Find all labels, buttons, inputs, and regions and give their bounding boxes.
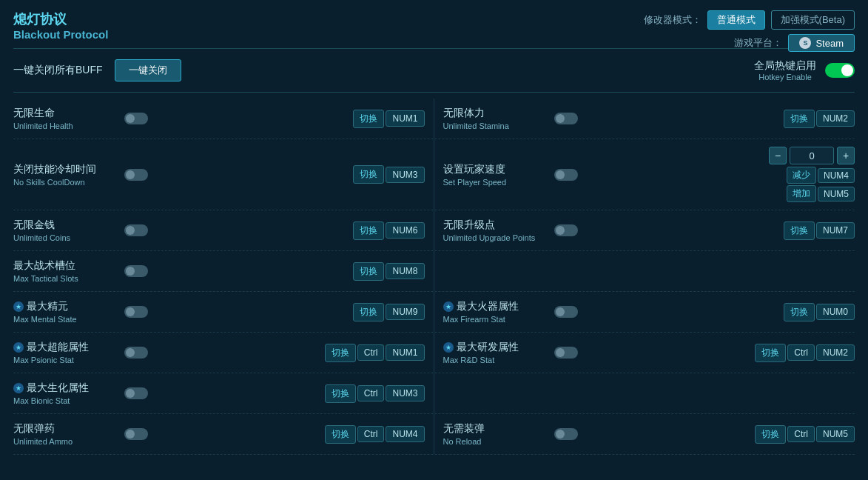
keybind-row: 切换NUM8 bbox=[353, 262, 424, 281]
hotkey-en: Hotkey Enable bbox=[754, 73, 816, 81]
keybind-row: 切换CtrlNUM3 bbox=[325, 384, 425, 403]
keybind-action-btn[interactable]: 切换 bbox=[784, 110, 815, 128]
platform-row: 游戏平台： S Steam bbox=[734, 34, 855, 52]
speed-minus-btn[interactable]: − bbox=[769, 147, 787, 164]
keybind-key-btn[interactable]: Ctrl bbox=[357, 385, 385, 401]
keybind-row: 切换NUM6 bbox=[353, 221, 424, 240]
keybind-action-btn[interactable]: 切换 bbox=[353, 303, 384, 321]
feature-toggle[interactable] bbox=[554, 169, 578, 181]
star-icon: ★ bbox=[13, 383, 24, 393]
feature-row: 无限弹药Unlimited Ammo切换CtrlNUM4无需装弹No Reloa… bbox=[13, 414, 855, 455]
star-icon: ★ bbox=[13, 301, 24, 312]
feature-row: ★最大超能属性Max Psionic Stat切换CtrlNUM1★最大研发属性… bbox=[13, 333, 855, 373]
keybind-key-btn[interactable]: NUM5 bbox=[818, 187, 855, 201]
feature-row: 关闭技能冷却时间No Skills CoolDown切换NUM3设置玩家速度Se… bbox=[13, 139, 855, 210]
feature-name-cn: ★最大生化属性 bbox=[13, 381, 117, 395]
keybind-action-btn[interactable]: 切换 bbox=[353, 165, 384, 184]
feature-toggle[interactable] bbox=[124, 169, 148, 181]
keybind-key-btn[interactable]: NUM4 bbox=[386, 426, 424, 442]
feature-info: ★最大生化属性Max Bionic Stat bbox=[13, 381, 117, 405]
keybind-key-btn[interactable]: NUM3 bbox=[386, 167, 424, 183]
hotkey-section: 全局热键启用 Hotkey Enable bbox=[754, 59, 855, 81]
feature-name-en: Max Psionic Stat bbox=[13, 356, 117, 364]
keybind-row: 切换NUM9 bbox=[353, 303, 424, 321]
feature-toggle[interactable] bbox=[554, 306, 578, 318]
keybind-key-btn[interactable]: NUM5 bbox=[816, 426, 855, 442]
features-grid: 无限生命Unlimited Health切换NUM1无限体力Unlimited … bbox=[13, 99, 855, 455]
feature-toggle[interactable] bbox=[554, 113, 578, 124]
left-feature-cell: ★最大超能属性Max Psionic Stat切换CtrlNUM1 bbox=[13, 333, 434, 373]
right-feature-cell: 无限体力Unlimited Stamina切换NUM2 bbox=[434, 99, 855, 139]
keybind-action-btn[interactable]: 切换 bbox=[325, 344, 356, 362]
close-all-btn[interactable]: 一键关闭 bbox=[115, 59, 181, 81]
feature-toggle[interactable] bbox=[124, 347, 148, 359]
star-icon: ★ bbox=[443, 301, 454, 312]
close-all-label: 一键关闭所有BUFF bbox=[13, 64, 103, 77]
keybind-key-btn[interactable]: Ctrl bbox=[357, 344, 385, 361]
feature-name-en: Set Player Speed bbox=[443, 178, 547, 187]
keybind-action-btn[interactable]: 增加 bbox=[787, 185, 816, 202]
keybind-key-btn[interactable]: NUM1 bbox=[386, 344, 424, 361]
feature-toggle[interactable] bbox=[124, 224, 148, 236]
feature-name-en: No Reload bbox=[443, 437, 547, 446]
right-feature-cell bbox=[434, 251, 855, 291]
hotkey-toggle[interactable] bbox=[825, 63, 855, 78]
feature-name-cn: 最大战术槽位 bbox=[13, 259, 117, 273]
keybind-action-btn[interactable]: 切换 bbox=[755, 344, 786, 362]
feature-toggle[interactable] bbox=[124, 113, 148, 124]
left-feature-cell: 无限弹药Unlimited Ammo切换CtrlNUM4 bbox=[13, 414, 434, 454]
speed-input[interactable] bbox=[790, 147, 834, 164]
feature-info: 设置玩家速度Set Player Speed bbox=[443, 163, 547, 187]
keybind-row: 切换CtrlNUM2 bbox=[755, 344, 855, 362]
keybind-key-btn[interactable]: NUM7 bbox=[816, 222, 855, 239]
normal-mode-btn[interactable]: 普通模式 bbox=[707, 10, 765, 30]
content-divider bbox=[13, 92, 855, 93]
left-feature-cell: ★最大生化属性Max Bionic Stat切换CtrlNUM3 bbox=[13, 373, 434, 413]
keybind-action-btn[interactable]: 切换 bbox=[325, 384, 356, 403]
feature-info: ★最大精元Max Mental State bbox=[13, 300, 117, 324]
feature-toggle[interactable] bbox=[124, 387, 148, 399]
feature-toggle[interactable] bbox=[554, 224, 578, 236]
keybind-key-btn[interactable]: NUM9 bbox=[386, 304, 424, 320]
platform-steam-btn[interactable]: S Steam bbox=[788, 34, 855, 52]
keybind-action-btn[interactable]: 切换 bbox=[353, 221, 384, 240]
feature-toggle[interactable] bbox=[124, 265, 148, 277]
feature-toggle[interactable] bbox=[554, 347, 578, 359]
keybind-key-btn[interactable]: NUM0 bbox=[816, 304, 855, 320]
feature-name-cn: 无限升级点 bbox=[443, 219, 547, 232]
keybind-action-btn[interactable]: 切换 bbox=[353, 110, 384, 128]
keybind-action-btn[interactable]: 切换 bbox=[755, 425, 786, 444]
left-feature-cell: 最大战术槽位Max Tactical Slots切换NUM8 bbox=[13, 251, 434, 291]
keybind-row: 切换CtrlNUM4 bbox=[325, 425, 425, 444]
keybind-key-btn[interactable]: Ctrl bbox=[357, 426, 385, 442]
keybind-row: 切换NUM1 bbox=[353, 110, 424, 128]
star-icon: ★ bbox=[443, 342, 454, 353]
keybind-stack: 减少NUM4增加NUM5 bbox=[787, 167, 855, 202]
keybind-action-btn[interactable]: 切换 bbox=[353, 262, 384, 281]
keybind-key-btn[interactable]: NUM4 bbox=[818, 168, 855, 183]
keybind-row: 切换CtrlNUM5 bbox=[755, 425, 855, 444]
keybind-action-btn[interactable]: 切换 bbox=[784, 221, 815, 240]
enhanced-mode-btn[interactable]: 加强模式(Beta) bbox=[771, 10, 855, 30]
speed-plus-btn[interactable]: + bbox=[837, 147, 855, 164]
keybind-key-btn[interactable]: NUM6 bbox=[386, 222, 424, 239]
keybind-key-btn[interactable]: NUM2 bbox=[816, 110, 855, 127]
keybind-key-btn[interactable]: Ctrl bbox=[787, 426, 815, 442]
keybind-key-btn[interactable]: Ctrl bbox=[787, 344, 815, 361]
feature-toggle[interactable] bbox=[124, 428, 148, 440]
keybind-action-btn[interactable]: 切换 bbox=[325, 425, 356, 444]
feature-info: ★最大研发属性Max R&D Stat bbox=[443, 341, 547, 364]
feature-toggle[interactable] bbox=[124, 306, 148, 318]
feature-row: ★最大生化属性Max Bionic Stat切换CtrlNUM3 bbox=[13, 373, 855, 414]
keybind-key-btn[interactable]: NUM1 bbox=[386, 110, 424, 127]
feature-name-en: Unlimited Upgrade Points bbox=[443, 233, 547, 242]
feature-row: ★最大精元Max Mental State切换NUM9★最大火器属性Max Fi… bbox=[13, 292, 855, 333]
star-icon: ★ bbox=[13, 342, 24, 353]
feature-info: 关闭技能冷却时间No Skills CoolDown bbox=[13, 163, 117, 187]
keybind-action-btn[interactable]: 减少 bbox=[787, 167, 816, 184]
keybind-key-btn[interactable]: NUM3 bbox=[386, 385, 424, 401]
keybind-key-btn[interactable]: NUM8 bbox=[386, 263, 424, 279]
keybind-action-btn[interactable]: 切换 bbox=[784, 303, 815, 321]
feature-toggle[interactable] bbox=[554, 428, 578, 440]
keybind-key-btn[interactable]: NUM2 bbox=[816, 344, 855, 361]
